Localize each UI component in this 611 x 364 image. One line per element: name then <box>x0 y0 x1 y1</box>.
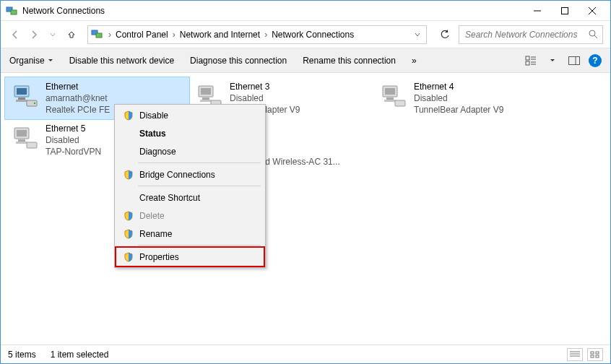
svg-rect-31 <box>202 98 209 100</box>
command-bar: Organise Disable this network device Dia… <box>1 48 610 73</box>
connection-device: TunnelBear Adapter V9 <box>414 104 503 116</box>
svg-rect-26 <box>18 139 25 142</box>
search-box[interactable] <box>459 25 603 44</box>
ctx-label: Status <box>136 129 166 139</box>
help-button[interactable]: ? <box>589 54 602 67</box>
up-button[interactable] <box>64 27 79 42</box>
item-count: 5 items <box>8 350 36 360</box>
chevron-right-icon: › <box>263 30 269 40</box>
refresh-button[interactable] <box>436 25 454 44</box>
organise-menu[interactable]: Organise <box>9 56 53 66</box>
connection-name: Ethernet 3 <box>230 81 300 92</box>
connection-status: amarnath@knet <box>46 92 110 104</box>
forward-button[interactable] <box>27 27 41 42</box>
shield-icon <box>121 229 136 239</box>
svg-rect-36 <box>386 98 394 100</box>
details-view-icon[interactable] <box>567 348 583 361</box>
view-dropdown-icon[interactable] <box>545 53 560 68</box>
svg-rect-3 <box>562 7 568 14</box>
svg-rect-10 <box>526 56 529 60</box>
ctx-status[interactable]: Status <box>116 124 264 142</box>
ctx-create-shortcut[interactable]: Create Shortcut <box>116 188 264 207</box>
svg-rect-43 <box>596 352 599 354</box>
ctx-label: Bridge Connections <box>136 170 215 180</box>
ctx-label: Delete <box>136 211 165 221</box>
svg-rect-45 <box>596 355 599 358</box>
connection-name: Ethernet <box>46 81 110 92</box>
rename-button[interactable]: Rename this connection <box>303 56 396 66</box>
items-view[interactable]: Ethernet amarnath@knet Realtek PCIe FE E… <box>1 73 610 347</box>
statusbar: 5 items 1 item selected <box>1 344 610 363</box>
chevron-right-icon: › <box>107 30 113 40</box>
disable-device-button[interactable]: Disable this network device <box>69 56 174 66</box>
view-mode-icon[interactable] <box>524 53 538 68</box>
connection-status: Disabled <box>230 92 300 104</box>
shield-icon <box>121 110 136 121</box>
ctx-properties[interactable]: Properties <box>116 248 264 266</box>
diagnose-button[interactable]: Diagnose this connection <box>190 56 287 66</box>
back-button[interactable] <box>8 27 22 42</box>
ctx-bridge[interactable]: Bridge Connections <box>116 165 264 183</box>
ctx-label: Diagnose <box>136 147 176 157</box>
recent-dropdown[interactable] <box>46 27 60 42</box>
ctx-label: Disable <box>136 110 168 121</box>
ctx-diagnose[interactable]: Diagnose <box>116 142 264 160</box>
chevron-right-icon: › <box>171 30 177 40</box>
large-icons-view-icon[interactable] <box>587 348 603 361</box>
selection-count: 1 item selected <box>51 350 109 360</box>
network-adapter-icon <box>9 79 41 110</box>
connection-status: Disabled <box>46 134 101 146</box>
organise-label: Organise <box>9 56 45 66</box>
connection-name: Ethernet 5 <box>46 123 101 134</box>
shield-icon <box>121 211 136 221</box>
maximize-button[interactable] <box>551 3 578 19</box>
ctx-disable[interactable]: Disable <box>116 106 264 124</box>
shield-icon <box>121 170 136 180</box>
svg-point-23 <box>34 103 36 105</box>
close-button[interactable] <box>578 3 606 19</box>
app-icon <box>5 4 18 17</box>
connection-name: Ethernet 4 <box>414 81 503 92</box>
search-icon[interactable] <box>589 30 598 39</box>
breadcrumb-network-internet[interactable]: Network and Internet <box>177 30 263 40</box>
ctx-label: Properties <box>136 252 179 262</box>
svg-rect-38 <box>395 100 405 106</box>
toolbar-overflow[interactable]: » <box>412 56 417 66</box>
location-icon <box>91 28 104 41</box>
breadcrumb-network-connections[interactable]: Network Connections <box>269 30 357 40</box>
svg-rect-16 <box>569 56 580 64</box>
ctx-label: Rename <box>136 229 172 239</box>
svg-rect-32 <box>200 100 212 102</box>
address-bar[interactable]: › Control Panel › Network and Internet ›… <box>87 25 427 44</box>
svg-rect-21 <box>16 100 27 102</box>
shield-icon <box>121 252 136 262</box>
preview-pane-icon[interactable] <box>567 53 581 68</box>
window-title: Network Connections <box>22 6 524 16</box>
svg-rect-19 <box>17 88 27 95</box>
separator <box>138 245 261 246</box>
breadcrumb-control-panel[interactable]: Control Panel <box>113 30 171 40</box>
nav-bar: › Control Panel › Network and Internet ›… <box>1 21 610 48</box>
svg-rect-7 <box>96 33 102 38</box>
address-dropdown[interactable] <box>412 32 423 38</box>
context-menu: Disable Status Diagnose Bridge Connectio… <box>114 104 266 268</box>
ctx-rename[interactable]: Rename <box>116 225 264 243</box>
separator <box>138 186 261 186</box>
network-adapter-icon <box>9 121 41 152</box>
svg-rect-1 <box>11 10 17 14</box>
search-input[interactable] <box>464 29 589 40</box>
svg-rect-37 <box>384 100 396 102</box>
ctx-delete: Delete <box>116 207 264 225</box>
svg-rect-30 <box>201 88 211 95</box>
titlebar: Network Connections <box>1 1 610 21</box>
svg-point-8 <box>589 30 595 36</box>
separator <box>138 162 261 163</box>
svg-rect-27 <box>16 142 27 144</box>
connection-ethernet4[interactable]: Ethernet 4 Disabled TunnelBear Adapter V… <box>373 77 558 119</box>
svg-line-9 <box>594 35 597 38</box>
svg-rect-28 <box>27 142 37 148</box>
minimize-button[interactable] <box>524 3 551 19</box>
svg-rect-42 <box>591 352 594 354</box>
svg-rect-35 <box>385 88 395 95</box>
network-adapter-icon <box>378 79 410 110</box>
